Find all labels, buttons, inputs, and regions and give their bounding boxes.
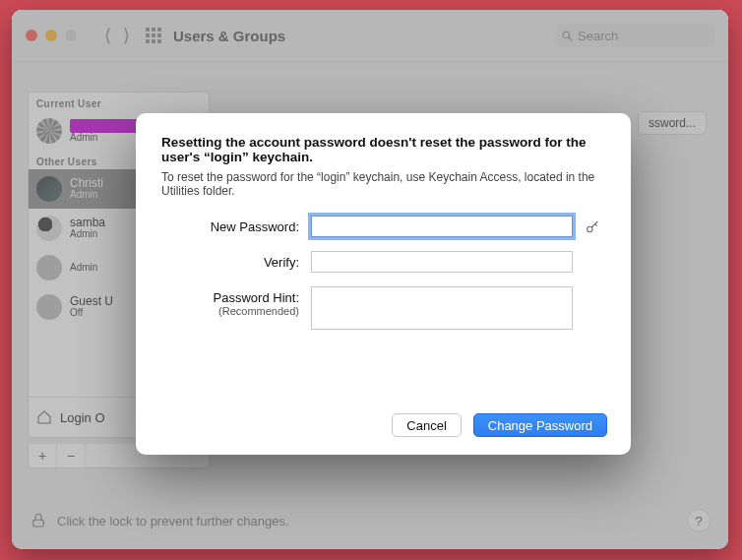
label-hint: Password Hint: (Recommended) — [161, 286, 299, 317]
new-password-input[interactable] — [311, 216, 573, 237]
dialog-subtitle: To reset the password for the “login” ke… — [161, 170, 605, 198]
reset-password-dialog: Resetting the account password doesn't r… — [136, 113, 631, 455]
preferences-window: ⟨ ⟩ Users & Groups Search Current User A… — [12, 10, 728, 549]
dialog-buttons: Cancel Change Password — [392, 413, 607, 437]
label-new-password: New Password: — [161, 216, 299, 234]
svg-point-3 — [587, 226, 592, 231]
cancel-button[interactable]: Cancel — [392, 413, 461, 437]
label-verify: Verify: — [161, 251, 299, 270]
key-icon[interactable] — [585, 219, 600, 235]
change-password-confirm-button[interactable]: Change Password — [473, 413, 607, 437]
dialog-title: Resetting the account password doesn't r… — [161, 135, 605, 164]
password-hint-input[interactable] — [311, 286, 573, 330]
verify-password-input[interactable] — [311, 251, 573, 273]
